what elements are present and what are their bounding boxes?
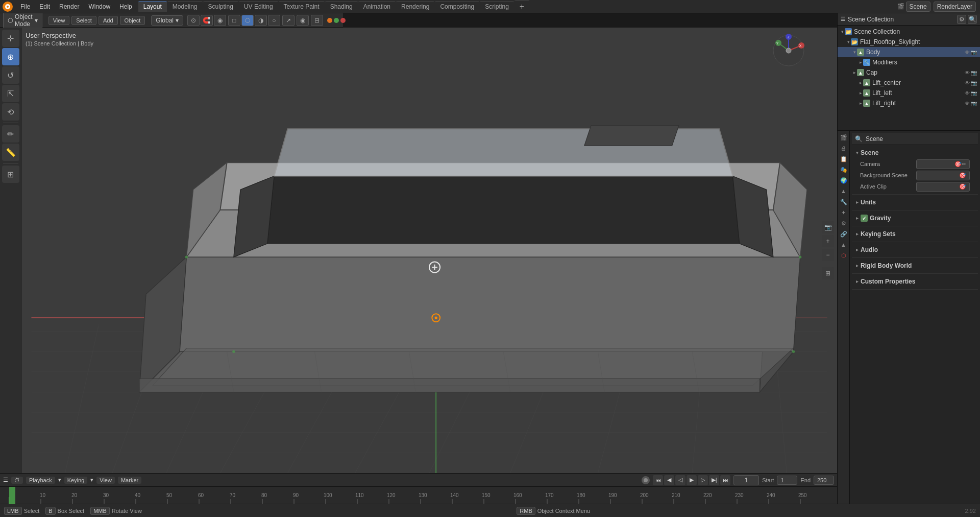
- data-properties-icon[interactable]: ▲: [839, 240, 848, 249]
- tab-compositing[interactable]: Compositing: [435, 1, 479, 12]
- output-properties-icon[interactable]: 🖨: [839, 144, 848, 153]
- lift-right-visibility-icon[interactable]: 👁: [965, 101, 970, 106]
- cap-render-icon[interactable]: 📷: [971, 70, 977, 76]
- bg-scene-pick-icon[interactable]: 🎯: [959, 172, 966, 179]
- menu-file[interactable]: File: [16, 2, 34, 11]
- gravity-section-header[interactable]: ▸ ✓ Gravity: [856, 213, 974, 224]
- transform-tool-btn[interactable]: ⟲: [2, 103, 19, 121]
- move-tool-btn[interactable]: ⊕: [2, 48, 19, 65]
- keying-sets-header[interactable]: ▸ Keying Sets: [856, 228, 974, 240]
- zoom-in-btn[interactable]: +: [822, 235, 834, 247]
- annotate-tool-btn[interactable]: ✏: [2, 125, 19, 143]
- render-properties-icon[interactable]: 🎬: [839, 133, 848, 142]
- select-menu[interactable]: Select: [71, 16, 96, 25]
- outliner-search-btn[interactable]: 🔍: [968, 15, 977, 24]
- custom-props-header[interactable]: ▸ Custom Properties: [856, 276, 974, 287]
- view-menu[interactable]: View: [96, 477, 115, 484]
- gizmos-btn[interactable]: ↗: [282, 15, 295, 26]
- menu-edit[interactable]: Edit: [35, 2, 54, 11]
- modifier-properties-icon[interactable]: 🔧: [839, 197, 848, 206]
- lift-left-render-icon[interactable]: 📷: [971, 90, 977, 96]
- end-frame-input[interactable]: 250: [814, 476, 834, 485]
- outliner-lift-left[interactable]: ▸ ▲ Lift_left 👁 📷: [838, 88, 980, 98]
- start-frame-input[interactable]: 1: [777, 476, 797, 485]
- render-layer-selector[interactable]: RenderLayer: [934, 2, 976, 12]
- prev-frame-btn[interactable]: ◀: [664, 475, 674, 485]
- outliner-scene-collection[interactable]: ▾ 📁 Scene Collection: [838, 27, 980, 37]
- menu-window[interactable]: Window: [84, 2, 114, 11]
- rotate-tool-btn[interactable]: ↺: [2, 66, 19, 84]
- camera-value[interactable]: 🎯 ✏: [916, 159, 970, 169]
- body-render-icon[interactable]: 📷: [971, 50, 977, 55]
- menu-render[interactable]: Render: [55, 2, 83, 11]
- tab-scripting[interactable]: Scripting: [480, 1, 514, 12]
- world-properties-icon[interactable]: 🌍: [839, 176, 848, 185]
- tab-uv-editing[interactable]: UV Editing: [239, 1, 278, 12]
- camera-edit-icon[interactable]: ✏: [962, 161, 966, 168]
- tab-texture-paint[interactable]: Texture Paint: [279, 1, 325, 12]
- transform-space-selector[interactable]: Global ▾: [151, 15, 183, 26]
- scene-section-header[interactable]: ▾ Scene: [856, 147, 974, 158]
- view-layer-properties-icon[interactable]: 📋: [839, 154, 848, 163]
- outliner-flat-rooftop[interactable]: ▾ 📂 Flat_Rooftop_Skylight: [838, 37, 980, 47]
- mode-selector[interactable]: ⬡ Object Mode ▾: [3, 12, 42, 29]
- physics-properties-icon[interactable]: ⚙: [839, 219, 848, 228]
- body-visibility-icon[interactable]: 👁: [965, 50, 970, 55]
- object-properties-icon[interactable]: ▲: [839, 186, 848, 196]
- lift-center-render-icon[interactable]: 📷: [971, 80, 977, 86]
- cursor-tool-btn[interactable]: ✛: [2, 30, 19, 47]
- tab-modeling[interactable]: Modeling: [167, 1, 203, 12]
- cap-visibility-icon[interactable]: 👁: [965, 70, 970, 76]
- outliner-filter-btn[interactable]: ⚙: [957, 15, 966, 24]
- lift-left-visibility-icon[interactable]: 👁: [965, 90, 970, 96]
- constraints-properties-icon[interactable]: 🔗: [839, 229, 848, 239]
- timeline-ruler-area[interactable]: 10 20 30 40 50 60 70 80 90 100: [0, 487, 837, 504]
- tab-shading[interactable]: Shading: [325, 1, 358, 12]
- scene-selector[interactable]: Scene: [906, 2, 930, 12]
- solid-shading-btn[interactable]: ⬡: [241, 15, 254, 26]
- viewport-scene[interactable]: User Perspective (1) Scene Collection | …: [21, 28, 837, 473]
- next-keyframe-btn[interactable]: ▷: [698, 475, 708, 485]
- marker-menu[interactable]: Marker: [118, 477, 141, 484]
- scale-tool-btn[interactable]: ⇱: [2, 85, 19, 102]
- proportional-edit-btn[interactable]: ◉: [214, 15, 226, 26]
- material-properties-icon[interactable]: ⬡: [839, 251, 848, 260]
- material-shading-btn[interactable]: ◑: [255, 15, 267, 26]
- toggle-quad-btn[interactable]: ⊞: [822, 267, 834, 279]
- next-frame-btn[interactable]: ▶|: [709, 475, 719, 485]
- tab-layout[interactable]: Layout: [138, 1, 167, 12]
- snap-btn[interactable]: 🧲: [201, 15, 213, 26]
- overlays-btn[interactable]: ◉: [297, 15, 309, 26]
- frame-cursor[interactable]: [9, 487, 15, 504]
- add-object-btn[interactable]: ⊞: [2, 166, 19, 183]
- navigation-gizmo[interactable]: X Y Z: [771, 33, 806, 68]
- outliner-cap[interactable]: ▸ ▲ Cap 👁 📷: [838, 67, 980, 78]
- audio-header[interactable]: ▸ Audio: [856, 244, 974, 255]
- outliner-lift-right[interactable]: ▸ ▲ Lift_right 👁 📷: [838, 98, 980, 108]
- scene-properties-icon[interactable]: 🎭: [839, 165, 848, 174]
- outliner-body[interactable]: ▾ ▲ Body 👁 📷: [838, 47, 980, 57]
- object-menu[interactable]: Object: [120, 16, 145, 25]
- jump-start-btn[interactable]: ⏮: [653, 475, 663, 485]
- bg-scene-value[interactable]: 🎯: [916, 171, 970, 180]
- tab-rendering[interactable]: Rendering: [396, 1, 434, 12]
- rigid-body-header[interactable]: ▸ Rigid Body World: [856, 260, 974, 271]
- current-frame-display[interactable]: 1: [733, 475, 759, 485]
- play-btn[interactable]: ▶: [687, 475, 697, 485]
- camera-view-btn[interactable]: 📷: [822, 221, 834, 233]
- gravity-checkbox[interactable]: ✓: [861, 215, 868, 222]
- units-section-header[interactable]: ▸ Units: [856, 197, 974, 208]
- menu-help[interactable]: Help: [115, 2, 136, 11]
- playback-menu[interactable]: Playback: [26, 477, 55, 484]
- record-btn[interactable]: [642, 476, 650, 484]
- add-menu[interactable]: Add: [99, 16, 118, 25]
- prev-keyframe-btn[interactable]: ◁: [675, 475, 685, 485]
- jump-end-btn[interactable]: ⏭: [720, 475, 730, 485]
- outliner-lift-center[interactable]: ▸ ▲ Lift_center 👁 📷: [838, 78, 980, 88]
- lift-center-visibility-icon[interactable]: 👁: [965, 80, 970, 86]
- zoom-out-btn[interactable]: −: [822, 249, 834, 261]
- lift-right-render-icon[interactable]: 📷: [971, 101, 977, 106]
- wireframe-shading-btn[interactable]: □: [228, 15, 240, 26]
- view-menu[interactable]: View: [48, 16, 70, 25]
- active-clip-value[interactable]: 🎯: [916, 182, 970, 192]
